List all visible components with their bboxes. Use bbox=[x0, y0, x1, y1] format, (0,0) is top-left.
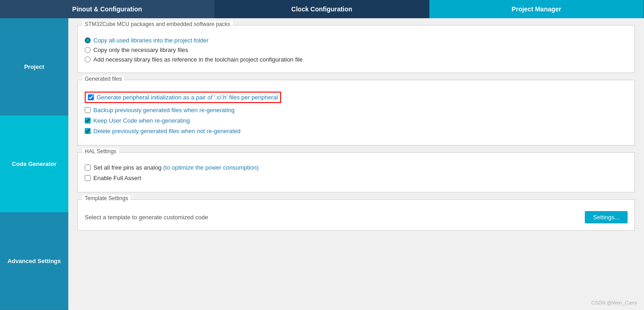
tab-pinout-label: Pinout & Configuration bbox=[72, 5, 142, 13]
keep-user-code-checkbox[interactable] bbox=[85, 118, 91, 124]
sidebar-code-generator-label: Code Generator bbox=[12, 160, 56, 167]
tab-project-manager-label: Project Manager bbox=[511, 5, 561, 13]
hal-settings-legend: HAL Settings bbox=[82, 148, 119, 155]
tab-clock-label: Clock Configuration bbox=[291, 5, 353, 13]
radio-copy-all: Copy all used libraries into the project… bbox=[85, 37, 628, 44]
sidebar-advanced-settings-label: Advanced Settings bbox=[7, 258, 61, 264]
template-settings-content: Select a template to generate customized… bbox=[85, 211, 628, 223]
generated-files-section: Generated files Generate peripheral init… bbox=[77, 80, 635, 145]
settings-button[interactable]: Settings... bbox=[585, 211, 628, 223]
backup-row: Backup previously generated files when r… bbox=[85, 107, 628, 114]
template-placeholder-text: Select a template to generate customized… bbox=[85, 214, 208, 221]
backup-checkbox[interactable] bbox=[85, 107, 91, 113]
generated-files-legend: Generated files bbox=[82, 76, 124, 82]
full-assert-row: Enable Full Assert bbox=[85, 175, 628, 181]
keep-user-code-row: Keep User Code when re-generating bbox=[85, 117, 628, 124]
template-settings-legend: Template Settings bbox=[82, 195, 130, 202]
full-assert-checkbox[interactable] bbox=[85, 175, 91, 181]
radio-copy-necessary: Copy only the necessary library files bbox=[85, 46, 628, 53]
hal-settings-section: HAL Settings Set all free pins as analog… bbox=[77, 152, 635, 192]
delete-previously-row: Delete previously generated files when n… bbox=[85, 128, 628, 134]
radio-add-reference-input[interactable] bbox=[85, 57, 91, 62]
template-settings-section: Template Settings Select a template to g… bbox=[77, 199, 635, 231]
tab-project-manager[interactable]: Project Manager bbox=[429, 0, 644, 18]
radio-copy-all-label[interactable]: Copy all used libraries into the project… bbox=[93, 37, 209, 44]
backup-label[interactable]: Backup previously generated files when r… bbox=[93, 107, 235, 114]
sidebar-item-code-generator[interactable]: Code Generator bbox=[0, 115, 68, 212]
main-layout: Project Code Generator Advanced Settings… bbox=[0, 18, 644, 310]
content-area: STM32Cube MCU packages and embedded soft… bbox=[68, 18, 644, 310]
delete-previously-label[interactable]: Delete previously generated files when n… bbox=[93, 128, 240, 134]
set-analog-checkbox[interactable] bbox=[85, 165, 91, 170]
watermark: CSDN @Wen_Carry bbox=[591, 300, 637, 305]
tab-pinout[interactable]: Pinout & Configuration bbox=[0, 0, 215, 18]
sidebar: Project Code Generator Advanced Settings bbox=[0, 18, 68, 310]
mcu-packages-section: STM32Cube MCU packages and embedded soft… bbox=[77, 25, 635, 73]
delete-previously-checkbox[interactable] bbox=[85, 128, 91, 134]
generate-peripheral-label[interactable]: Generate peripheral initialization as a … bbox=[97, 94, 278, 101]
radio-add-reference: Add necessary library files as reference… bbox=[85, 56, 628, 63]
radio-copy-necessary-input[interactable] bbox=[85, 47, 91, 53]
sidebar-project-label: Project bbox=[24, 63, 44, 70]
radio-copy-necessary-label[interactable]: Copy only the necessary library files bbox=[93, 46, 188, 53]
generated-files-content: Generate peripheral initialization as a … bbox=[85, 92, 628, 134]
full-assert-label[interactable]: Enable Full Assert bbox=[93, 175, 141, 181]
top-navigation: Pinout & Configuration Clock Configurati… bbox=[0, 0, 644, 18]
set-analog-label[interactable]: Set all free pins as analog (to optimize… bbox=[93, 164, 259, 171]
sidebar-item-advanced-settings[interactable]: Advanced Settings bbox=[0, 213, 68, 310]
radio-copy-all-input[interactable] bbox=[85, 37, 91, 43]
mcu-packages-content: Copy all used libraries into the project… bbox=[85, 37, 628, 63]
mcu-packages-legend: STM32Cube MCU packages and embedded soft… bbox=[82, 21, 233, 27]
set-analog-row: Set all free pins as analog (to optimize… bbox=[85, 164, 628, 171]
tab-clock[interactable]: Clock Configuration bbox=[215, 0, 429, 18]
hal-settings-content: Set all free pins as analog (to optimize… bbox=[85, 164, 628, 181]
generate-peripheral-checkbox[interactable] bbox=[88, 94, 94, 100]
keep-user-code-label[interactable]: Keep User Code when re-generating bbox=[93, 117, 190, 124]
sidebar-item-project[interactable]: Project bbox=[0, 18, 68, 115]
radio-add-reference-label[interactable]: Add necessary library files as reference… bbox=[93, 56, 303, 63]
generate-peripheral-row: Generate peripheral initialization as a … bbox=[85, 92, 281, 103]
